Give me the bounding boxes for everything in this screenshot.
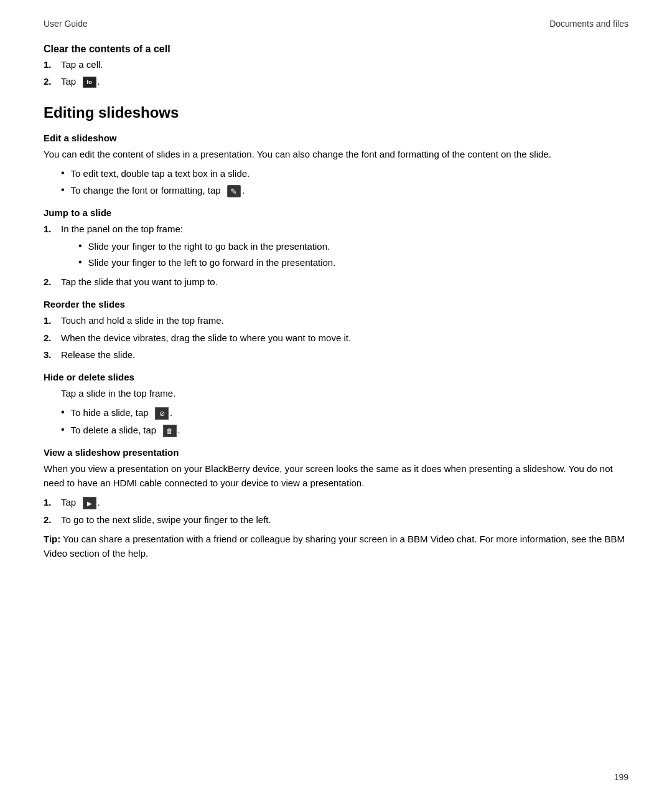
- jump-sub-2: Slide your finger to the left to go forw…: [78, 255, 335, 270]
- section-reorder-slides: Reorder the slides 1. Touch and hold a s…: [44, 299, 628, 362]
- edit-bullet-2: To change the font or formatting, tap ✎.: [61, 183, 628, 197]
- tip-text: Tip: You can share a presentation with a…: [44, 532, 628, 561]
- trash-icon: 🗑: [163, 425, 177, 437]
- jump-sub-bullets: Slide your finger to the right to go bac…: [78, 239, 335, 270]
- clear-step-2: 2. Tap fo.: [44, 74, 628, 88]
- section-clear: Clear the contents of a cell 1. Tap a ce…: [44, 44, 628, 89]
- section-edit-slideshow: Edit a slideshow You can edit the conten…: [44, 133, 628, 198]
- reorder-steps: 1. Touch and hold a slide in the top fra…: [44, 313, 628, 362]
- eye-slash-icon: ⊘: [155, 407, 169, 420]
- page-number: 199: [614, 772, 628, 782]
- header-right: Documents and files: [549, 19, 628, 29]
- delete-bullet: To delete a slide, tap 🗑.: [61, 423, 628, 437]
- edit-slideshow-bullets: To edit text, double tap a text box in a…: [61, 166, 628, 198]
- view-presentation-body: When you view a presentation on your Bla…: [44, 461, 628, 491]
- tip-label: Tip:: [44, 534, 60, 544]
- hide-delete-heading: Hide or delete slides: [44, 372, 628, 382]
- view-presentation-heading: View a slideshow presentation: [44, 447, 628, 458]
- main-heading-editing: Editing slideshows: [44, 104, 628, 121]
- hide-delete-intro-block: Tap a slide in the top frame. To hide a …: [61, 386, 628, 437]
- edit-slideshow-body: You can edit the content of slides in a …: [44, 147, 628, 161]
- page-header: User Guide Documents and files: [44, 19, 628, 32]
- format-icon: fo: [83, 77, 96, 88]
- header-left: User Guide: [44, 19, 88, 29]
- jump-step-1: 1. In the panel on the top frame: Slide …: [44, 222, 628, 272]
- hide-delete-bullets: To hide a slide, tap ⊘. To delete a slid…: [61, 405, 628, 437]
- clear-heading: Clear the contents of a cell: [44, 44, 628, 55]
- clear-steps: 1. Tap a cell. 2. Tap fo.: [44, 57, 628, 89]
- section-jump-slide: Jump to a slide 1. In the panel on the t…: [44, 207, 628, 289]
- hide-delete-intro: Tap a slide in the top frame.: [61, 386, 628, 400]
- view-steps: 1. Tap ▶. 2. To go to the next slide, sw…: [44, 495, 628, 527]
- jump-step-2: 2. Tap the slide that you want to jump t…: [44, 275, 628, 289]
- view-step-2: 2. To go to the next slide, swipe your f…: [44, 512, 628, 527]
- reorder-step-1: 1. Touch and hold a slide in the top fra…: [44, 313, 628, 328]
- jump-sub-1: Slide your finger to the right to go bac…: [78, 239, 335, 253]
- jump-slide-steps: 1. In the panel on the top frame: Slide …: [44, 222, 628, 289]
- edit-slideshow-heading: Edit a slideshow: [44, 133, 628, 143]
- reorder-step-3: 3. Release the slide.: [44, 347, 628, 362]
- reorder-step-2: 2. When the device vibrates, drag the sl…: [44, 331, 628, 345]
- view-step-1: 1. Tap ▶.: [44, 495, 628, 509]
- play-icon: ▶: [83, 497, 96, 509]
- section-view-presentation: View a slideshow presentation When you v…: [44, 447, 628, 561]
- jump-slide-heading: Jump to a slide: [44, 207, 628, 218]
- pen-icon: ✎: [227, 185, 241, 197]
- edit-bullet-1: To edit text, double tap a text box in a…: [61, 166, 628, 181]
- hide-bullet: To hide a slide, tap ⊘.: [61, 405, 628, 420]
- tip-body: You can share a presentation with a frie…: [44, 534, 625, 559]
- reorder-heading: Reorder the slides: [44, 299, 628, 309]
- section-hide-delete: Hide or delete slides Tap a slide in the…: [44, 372, 628, 437]
- clear-step-1: 1. Tap a cell.: [44, 57, 628, 72]
